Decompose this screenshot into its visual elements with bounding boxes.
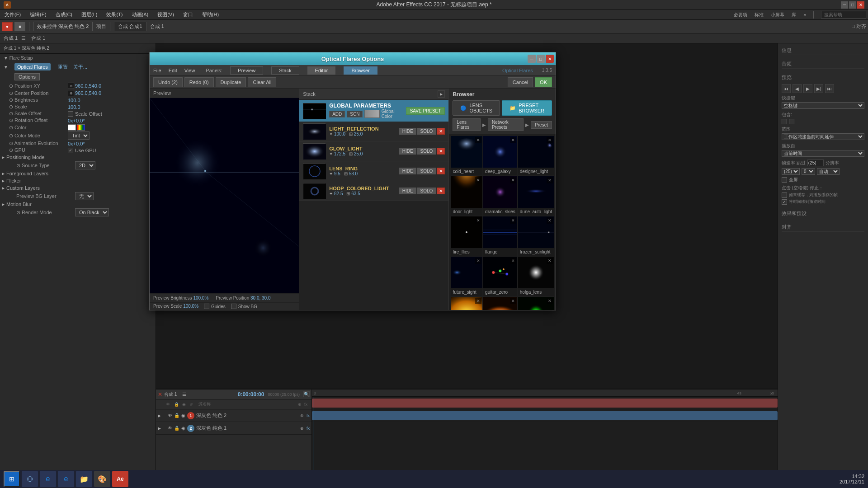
layer2-solo[interactable]: ◉ — [181, 426, 185, 431]
reset-link[interactable]: 重置 — [58, 64, 68, 70]
item2-delete-btn[interactable]: ✕ — [437, 168, 445, 174]
breadcrumb-network[interactable]: Network Presets — [488, 118, 524, 131]
section-motion-blur[interactable]: ▶ Motion Blur — [0, 201, 156, 208]
preset-flange[interactable]: flange ✕ — [483, 216, 517, 256]
preset-designer-light[interactable]: designer_light ✕ — [518, 136, 554, 175]
about-link[interactable]: 关于... — [73, 64, 87, 70]
stack-expand-arrow[interactable]: ▶ — [438, 90, 445, 98]
playback-select[interactable]: 当前时间 — [782, 150, 864, 157]
preview-bg-select[interactable]: 无 — [75, 192, 94, 200]
center-pos-icon[interactable]: ⊕ — [68, 90, 74, 96]
prop-value-anim-evo[interactable]: 0x+0.0° — [68, 141, 85, 146]
prop-value-center[interactable]: 960.0,540.0 — [75, 90, 101, 96]
shortcut-select[interactable]: 空格键 — [782, 102, 864, 109]
layer1-fx-icon[interactable]: fx — [307, 413, 310, 418]
minimize-button[interactable]: ─ — [841, 1, 848, 9]
tab-effects[interactable]: 效果控件 深灰色 纯色 2 — [33, 22, 93, 31]
maximize-button[interactable]: □ — [849, 1, 856, 9]
layer1-expand[interactable]: ▶ — [158, 413, 165, 418]
global-color-swatch[interactable] — [364, 110, 379, 118]
preset-dune-auto-light[interactable]: dune_auto_light ✕ — [518, 176, 554, 216]
preset-warm-yellow[interactable]: warm_yellow ✕ — [451, 297, 482, 310]
save-preset-button[interactable]: SAVE PRESET — [406, 107, 445, 115]
res-select[interactable]: 自动 — [817, 168, 840, 175]
range-select[interactable]: 工作区域接当前时间延伸 — [782, 133, 864, 140]
preset-deep-galaxy[interactable]: deep_galaxy ✕ — [483, 136, 517, 175]
breadcrumb-preset[interactable]: Preset — [531, 121, 552, 129]
color-mode-select[interactable]: Tint — [68, 131, 90, 140]
modal-maximize[interactable]: □ — [537, 55, 545, 63]
modal-tab-editor[interactable]: Editor — [307, 66, 336, 75]
cancel-button[interactable]: Cancel — [508, 77, 533, 87]
layer2-expand[interactable]: ▶ — [158, 426, 165, 431]
fps-field[interactable] — [807, 160, 824, 166]
undo-button[interactable]: Undo (2) — [153, 77, 183, 87]
taskbar-search[interactable]: ⚇ — [22, 471, 38, 487]
show-bg-checkbox[interactable] — [231, 304, 236, 309]
item2-solo-btn[interactable]: SOLO — [417, 168, 436, 174]
item3-hide-btn[interactable]: HIDE — [399, 188, 416, 194]
preset-x-dune-auto-light[interactable]: ✕ — [547, 177, 553, 183]
preset-x-warm-yellow[interactable]: ✕ — [475, 298, 481, 304]
preset-x-designer-light[interactable]: ✕ — [547, 137, 553, 143]
options-button[interactable]: Options — [14, 73, 40, 80]
preset-x-frozen-sunlight[interactable]: ✕ — [547, 217, 553, 224]
menu-view[interactable]: 视图(V) — [155, 10, 177, 19]
preset-dramatic-skies[interactable]: dramatic_skies ✕ — [483, 176, 517, 216]
layer1-fx[interactable]: ⊕ — [300, 413, 304, 418]
taskbar-explorer[interactable]: 📁 — [76, 471, 92, 487]
layer1-lock[interactable]: 🔒 — [174, 413, 179, 418]
start-button[interactable]: ⊞ — [4, 471, 20, 487]
color-swatch[interactable] — [68, 124, 76, 131]
section-positioning[interactable]: ▶ Positioning Mode — [0, 154, 156, 161]
position-xy-icon[interactable]: ⊕ — [68, 83, 74, 89]
breadcrumb-lens-flares[interactable]: Lens Flares — [453, 118, 481, 131]
skip-select[interactable]: 0 — [802, 168, 815, 175]
taskbar-color[interactable]: 🎨 — [94, 471, 110, 487]
btn-play[interactable]: ▶ — [803, 84, 812, 93]
preset-x-dramatic-skies[interactable]: ✕ — [510, 177, 516, 183]
taskbar-ae[interactable]: Ae — [112, 471, 128, 487]
preset-x-deep-galaxy[interactable]: ✕ — [510, 137, 516, 143]
fullscreen-checkbox[interactable] — [782, 177, 787, 183]
layer1-eye[interactable]: 👁 — [168, 413, 172, 418]
section-foreground[interactable]: ▶ Foreground Layers — [0, 170, 156, 177]
guides-checkbox[interactable] — [204, 304, 209, 309]
taskbar-ie[interactable]: e — [40, 471, 56, 487]
search-timeline-btn[interactable]: 🔍 — [303, 391, 310, 397]
prop-value-brightness[interactable]: 100.0 — [68, 98, 80, 103]
preset-holga-lens[interactable]: holga_lens ✕ — [518, 257, 554, 296]
btn-to-start[interactable]: ⏮ — [782, 84, 791, 93]
modal-tab-browser[interactable]: Browser — [344, 66, 377, 75]
playhead[interactable] — [313, 397, 313, 470]
section-flicker[interactable]: ▶ Flicker — [0, 177, 156, 184]
item3-delete-btn[interactable]: ✕ — [437, 188, 445, 194]
cache-checkbox[interactable] — [782, 192, 787, 198]
layer2-lock[interactable]: 🔒 — [174, 426, 179, 431]
menu-animation[interactable]: 动画(A) — [129, 10, 151, 19]
menu-composition[interactable]: 合成(C) — [53, 10, 75, 19]
preview-canvas[interactable] — [150, 98, 299, 293]
preset-fire-flies[interactable]: fire_flies ✕ — [451, 216, 482, 256]
modal-tab-stack[interactable]: Stack — [271, 66, 299, 75]
btn-to-end[interactable]: ⏭ — [825, 84, 834, 93]
modal-menu-edit[interactable]: Edit — [169, 68, 177, 73]
close-button[interactable]: ✕ — [857, 1, 864, 9]
item1-delete-btn[interactable]: ✕ — [437, 148, 445, 155]
section-custom-layers[interactable]: ▶ Custom Layers — [0, 184, 156, 192]
prop-value-scale[interactable]: 100.0 — [68, 104, 80, 110]
preset-browser-tab[interactable]: 📁 PRESET BROWSER — [502, 100, 552, 116]
preset-x-cold-heart[interactable]: ✕ — [475, 137, 481, 143]
item1-solo-btn[interactable]: SOLO — [417, 148, 436, 155]
preset-guitar-zero[interactable]: guitar_zero ✕ — [483, 257, 517, 296]
menu-help[interactable]: 帮助(H) — [199, 10, 222, 19]
modal-menu-file[interactable]: File — [153, 68, 161, 73]
preset-x-flange[interactable]: ✕ — [510, 217, 516, 224]
btn-next-frame[interactable]: ▶| — [814, 84, 823, 93]
taskbar-ie2[interactable]: e — [58, 471, 74, 487]
item0-delete-btn[interactable]: ✕ — [437, 128, 445, 135]
include-audio[interactable] — [789, 119, 794, 124]
modal-tab-preview[interactable]: Preview — [230, 66, 263, 75]
preset-x-future-sight[interactable]: ✕ — [475, 258, 481, 264]
preset-x-door-light[interactable]: ✕ — [475, 177, 481, 183]
